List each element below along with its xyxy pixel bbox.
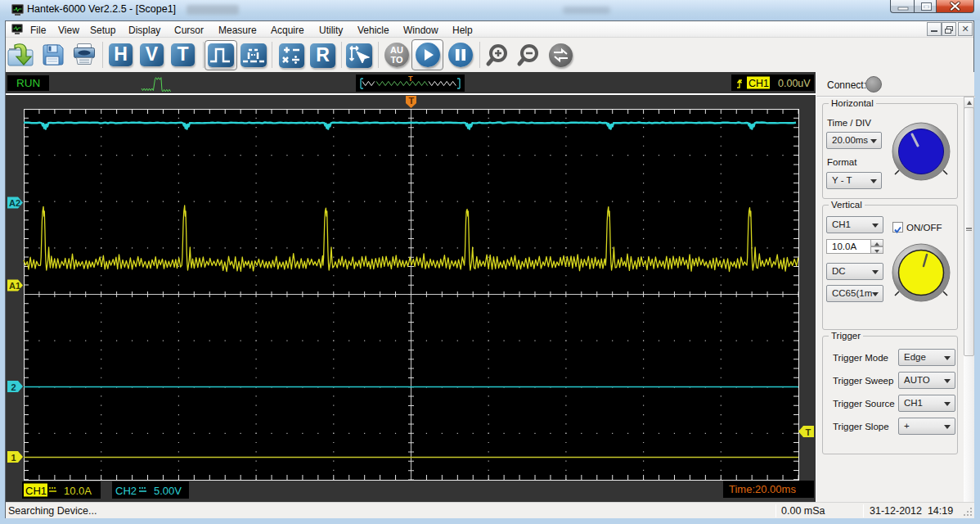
svg-text:T: T	[409, 96, 415, 106]
svg-text:1: 1	[11, 453, 16, 463]
svg-text:A2: A2	[9, 198, 20, 208]
svg-text:CH1: CH1	[748, 78, 769, 89]
svg-text:10.0A: 10.0A	[64, 485, 92, 497]
svg-text:5.00V: 5.00V	[154, 485, 182, 497]
svg-text:A1: A1	[9, 281, 20, 291]
svg-text:2: 2	[11, 382, 16, 392]
svg-text:CH1: CH1	[25, 485, 47, 497]
svg-text:T: T	[806, 427, 811, 437]
svg-text:CH2: CH2	[115, 485, 137, 497]
svg-text:0.00uV: 0.00uV	[778, 78, 811, 89]
